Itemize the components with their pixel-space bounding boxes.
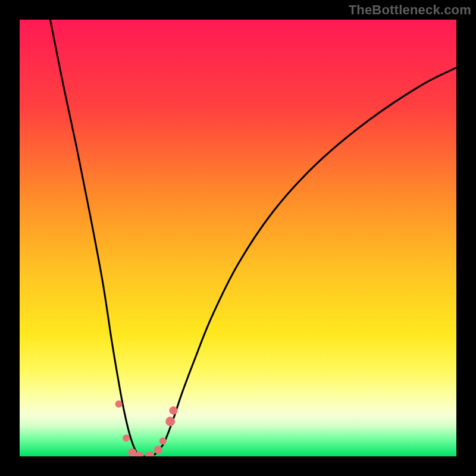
data-marker — [145, 452, 155, 456]
watermark-text: TheBottleneck.com — [349, 2, 471, 18]
chart-svg — [20, 20, 456, 456]
bottleneck-curve — [50, 20, 456, 456]
plot-area — [20, 20, 456, 456]
data-marker — [115, 400, 123, 408]
data-marker — [123, 434, 130, 441]
data-marker — [159, 437, 167, 444]
data-marker — [165, 416, 175, 426]
data-marker — [169, 406, 177, 415]
data-marker — [154, 446, 162, 454]
chart-stage: TheBottleneck.com — [0, 0, 476, 476]
